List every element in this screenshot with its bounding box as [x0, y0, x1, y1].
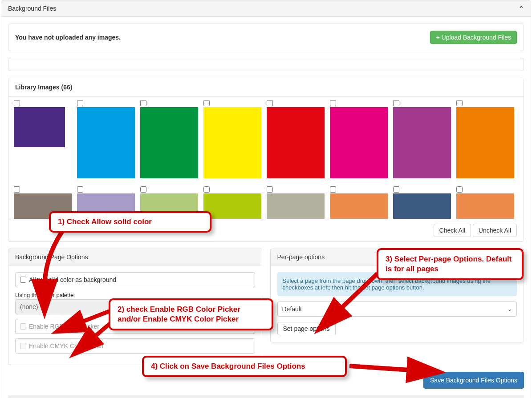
- swatch-color: [203, 107, 261, 178]
- swatch-checkbox[interactable]: [330, 100, 336, 106]
- swatch-checkbox[interactable]: [456, 186, 463, 193]
- swatch-checkbox[interactable]: [393, 186, 399, 193]
- annotation-step4: 4) Click on Save Background Files Option…: [142, 356, 347, 377]
- annotation-step3: 3) Select Per-page Options. Default is f…: [377, 248, 524, 280]
- swatch-checkbox[interactable]: [393, 100, 399, 106]
- plus-icon: +: [436, 34, 439, 41]
- swatch-checkbox[interactable]: [140, 186, 146, 193]
- background-files-title: Background Files: [8, 5, 56, 12]
- enable-cmyk-label: Enable CMYK Color Picker: [29, 342, 104, 350]
- swatch-checkbox[interactable]: [14, 100, 20, 106]
- library-scroll-area[interactable]: [8, 96, 524, 219]
- swatch-item[interactable]: [203, 100, 261, 178]
- no-images-text: You have not uploaded any images.: [15, 34, 121, 41]
- swatch-checkbox[interactable]: [77, 100, 83, 106]
- swatch-checkbox[interactable]: [203, 100, 210, 106]
- enable-cmyk-checkbox[interactable]: [20, 343, 26, 349]
- background-files-header[interactable]: Background Files ⌃: [1, 0, 531, 17]
- swatch-item[interactable]: [203, 186, 261, 219]
- swatch-color: [267, 107, 325, 178]
- swatch-checkbox[interactable]: [140, 100, 146, 106]
- palette-label: Using this color palette: [15, 292, 255, 298]
- swatch-color: [330, 193, 388, 219]
- upload-background-files-button[interactable]: + Upload Background Files: [430, 31, 517, 44]
- upload-button-label: Upload Background Files: [442, 34, 511, 41]
- uncheck-all-button[interactable]: Uncheck All: [473, 224, 517, 237]
- swatch-checkbox[interactable]: [203, 186, 210, 193]
- swatch-item[interactable]: [267, 186, 325, 219]
- swatch-item[interactable]: [456, 100, 514, 178]
- swatch-item[interactable]: [267, 100, 325, 178]
- swatch-color: [393, 193, 451, 219]
- swatch-item[interactable]: [14, 100, 72, 178]
- allow-solid-checkbox[interactable]: [20, 277, 26, 283]
- annotation-step2: 2) check Enable RGB Color Picker and/or …: [109, 298, 273, 330]
- swatch-item[interactable]: [140, 100, 198, 178]
- swatch-item[interactable]: [393, 186, 451, 219]
- swatch-item[interactable]: [330, 186, 388, 219]
- swatch-item[interactable]: [77, 100, 135, 178]
- swatch-item[interactable]: [456, 186, 514, 219]
- enable-rgb-checkbox[interactable]: [20, 323, 26, 330]
- check-all-button[interactable]: Check All: [434, 224, 471, 237]
- swatch-color: [140, 107, 198, 178]
- chevron-down-icon: ⌄: [508, 306, 512, 312]
- swatch-item[interactable]: [330, 100, 388, 178]
- palette-value: (none): [20, 303, 38, 310]
- swatch-color: [330, 107, 388, 178]
- enable-cmyk-row[interactable]: Enable CMYK Color Picker: [15, 338, 255, 354]
- save-background-files-options-button[interactable]: Save Background Files Options: [423, 372, 524, 389]
- page-select-value: Default: [282, 306, 302, 313]
- swatch-color: [14, 107, 65, 147]
- allow-solid-label: Allow solid color as background: [29, 276, 116, 283]
- chevron-up-icon[interactable]: ⌃: [519, 5, 524, 12]
- swatch-checkbox[interactable]: [267, 100, 273, 106]
- bg-page-options-title: Background Page Options: [8, 249, 262, 265]
- annotation-step1: 1) Check Allow solid color: [49, 211, 211, 233]
- swatch-color: [393, 107, 451, 178]
- swatch-color: [203, 193, 261, 219]
- swatch-checkbox[interactable]: [330, 186, 336, 193]
- swatch-checkbox[interactable]: [77, 186, 83, 193]
- page-select-dropdown[interactable]: Default ⌄: [277, 302, 517, 317]
- swatch-color: [77, 107, 135, 178]
- allow-solid-color-row[interactable]: Allow solid color as background: [15, 272, 255, 287]
- swatch-color: [267, 193, 325, 219]
- empty-spacer: [8, 58, 524, 71]
- set-page-options-button[interactable]: Set page options: [277, 322, 336, 335]
- enable-rgb-label: Enable RGB Color Picker: [29, 323, 99, 330]
- swatch-color: [456, 107, 514, 178]
- library-images-title: Library Images (66): [8, 78, 524, 96]
- swatch-checkbox[interactable]: [14, 186, 20, 193]
- swatch-checkbox[interactable]: [267, 186, 273, 193]
- swatch-checkbox[interactable]: [456, 100, 463, 106]
- swatch-item[interactable]: [393, 100, 451, 178]
- swatch-color: [456, 193, 514, 219]
